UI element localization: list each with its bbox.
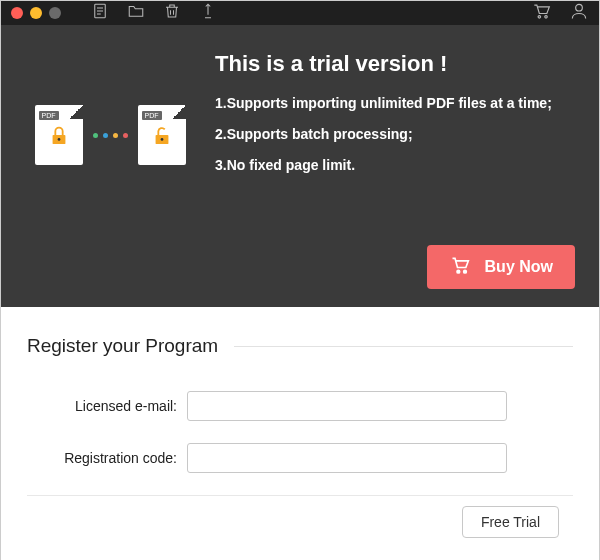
cart-icon[interactable] [531, 1, 551, 25]
cart-icon [449, 255, 471, 279]
transition-dots-icon [93, 133, 128, 138]
toolbar-right [531, 1, 589, 25]
svg-point-10 [57, 138, 60, 141]
hero-title: This is a trial version ! [215, 51, 575, 77]
unlocked-pdf-icon: PDF [138, 105, 186, 165]
svg-point-7 [545, 16, 548, 19]
pdf-badge: PDF [142, 111, 162, 120]
user-icon[interactable] [569, 1, 589, 25]
svg-point-13 [457, 270, 460, 273]
registration-code-field[interactable] [187, 443, 507, 473]
pen-icon[interactable] [199, 2, 217, 24]
free-trial-button[interactable]: Free Trial [462, 506, 559, 538]
trash-icon[interactable] [163, 2, 181, 24]
lock-icon [48, 124, 70, 152]
locked-pdf-icon: PDF [35, 105, 83, 165]
trial-hero: PDF PDF This is a trial version ! 1.Supp… [1, 25, 599, 307]
feature-item: 1.Supports importing unlimited PDF files… [215, 93, 575, 114]
toolbar-left [91, 2, 217, 24]
window-controls [11, 7, 61, 19]
email-label: Licensed e-mail: [27, 398, 177, 414]
app-window: PDF PDF This is a trial version ! 1.Supp… [0, 0, 600, 560]
svg-point-6 [538, 16, 541, 19]
feature-item: 3.No fixed page limit. [215, 155, 575, 176]
code-row: Registration code: [27, 443, 573, 473]
feature-item: 2.Supports batch processing; [215, 124, 575, 145]
minimize-window-button[interactable] [30, 7, 42, 19]
buy-now-label: Buy Now [485, 258, 553, 276]
footer: Free Trial [27, 495, 573, 548]
unlock-icon [151, 124, 173, 152]
zoom-window-button[interactable] [49, 7, 61, 19]
code-label: Registration code: [27, 450, 177, 466]
document-icon[interactable] [91, 2, 109, 24]
close-window-button[interactable] [11, 7, 23, 19]
feature-list: 1.Supports importing unlimited PDF files… [215, 93, 575, 176]
hero-text: This is a trial version ! 1.Supports imp… [215, 45, 575, 186]
pdf-badge: PDF [39, 111, 59, 120]
register-panel: Register your Program Licensed e-mail: R… [1, 307, 599, 560]
register-heading: Register your Program [27, 335, 218, 357]
svg-point-12 [160, 138, 163, 141]
folder-icon[interactable] [127, 2, 145, 24]
pdf-unlock-illustration: PDF PDF [25, 75, 195, 195]
email-row: Licensed e-mail: [27, 391, 573, 421]
titlebar [1, 1, 599, 25]
divider [234, 346, 573, 347]
svg-point-14 [463, 270, 466, 273]
svg-point-8 [576, 4, 583, 11]
email-field[interactable] [187, 391, 507, 421]
buy-now-button[interactable]: Buy Now [427, 245, 575, 289]
